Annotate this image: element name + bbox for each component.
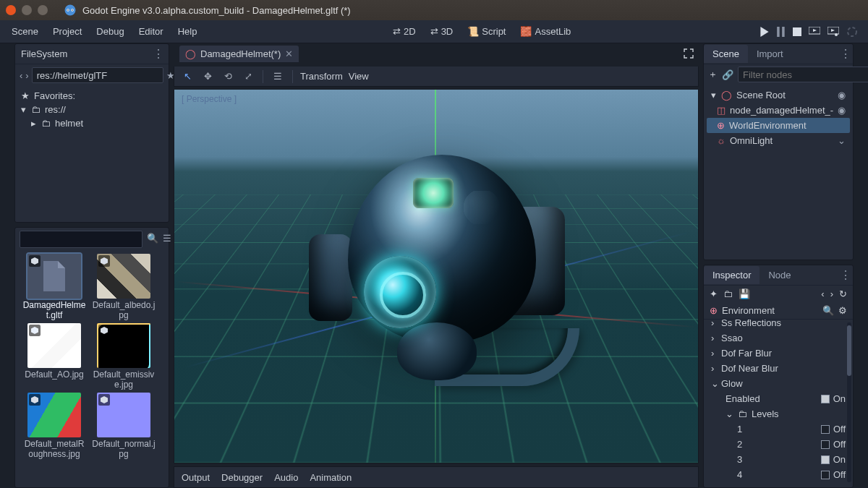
- scene-tab[interactable]: ◯ DamagedHelmet(*) ✕: [179, 46, 299, 62]
- play-button[interactable]: [760, 27, 770, 37]
- pause-button[interactable]: [777, 27, 786, 37]
- menu-project[interactable]: Project: [46, 23, 89, 40]
- glow-section-row[interactable]: ⌄Glow: [704, 376, 853, 391]
- menu-debug[interactable]: Debug: [89, 23, 131, 40]
- world-env-icon: ⊕: [717, 120, 725, 131]
- list-view-icon[interactable]: ☰: [163, 231, 171, 245]
- history-icon[interactable]: ↻: [839, 288, 847, 299]
- type-badge-icon: [29, 394, 41, 406]
- add-node-icon[interactable]: ＋: [708, 68, 718, 81]
- menu-scene[interactable]: Scene: [4, 23, 46, 40]
- window-minimize-icon[interactable]: [22, 5, 32, 15]
- history-fwd-icon[interactable]: ›: [830, 288, 833, 299]
- window-maximize-icon[interactable]: [38, 5, 48, 15]
- select-mode-icon[interactable]: ↖: [180, 69, 195, 84]
- panel-menu-icon[interactable]: ⋮: [840, 47, 850, 61]
- section-row[interactable]: ›Dof Far Blur: [704, 346, 853, 361]
- history-back-icon[interactable]: ‹: [821, 288, 824, 299]
- rotate-mode-icon[interactable]: ⟲: [221, 69, 235, 84]
- bottom-debugger[interactable]: Debugger: [221, 472, 263, 483]
- bottom-audio[interactable]: Audio: [274, 472, 298, 483]
- inspected-object-label: Environment: [722, 305, 775, 316]
- omni-light-row[interactable]: ☼OmniLight⌄: [707, 133, 850, 148]
- package-icon: 🧱: [520, 26, 532, 37]
- stop-button[interactable]: [793, 27, 801, 36]
- viewport-3d[interactable]: [ Perspective ]: [174, 90, 699, 463]
- glow-level-row[interactable]: 3On: [704, 452, 853, 467]
- workspace-script-button[interactable]: 📜Script: [461, 25, 511, 38]
- distraction-free-icon[interactable]: [683, 48, 694, 59]
- scale-mode-icon[interactable]: ⤢: [241, 69, 255, 84]
- play-scene-button[interactable]: [809, 27, 820, 37]
- new-resource-icon[interactable]: ✦: [710, 288, 718, 299]
- path-input[interactable]: [32, 67, 163, 83]
- file-search-input[interactable]: [20, 231, 142, 248]
- menu-editor[interactable]: Editor: [132, 23, 171, 40]
- save-resource-icon[interactable]: 💾: [739, 288, 750, 299]
- glow-level-row[interactable]: 4Off: [704, 467, 853, 482]
- transform-menu[interactable]: Transform: [300, 71, 343, 82]
- section-row[interactable]: ›Ss Reflections: [704, 320, 853, 330]
- section-row[interactable]: ›Ssao: [704, 330, 853, 346]
- nav-back-button[interactable]: ‹: [20, 68, 22, 82]
- workspace-2d-button[interactable]: ⇄2D: [387, 25, 422, 38]
- glow-level-row[interactable]: 2Off: [704, 437, 853, 452]
- play-custom-scene-button[interactable]: [827, 27, 839, 37]
- bottom-animation[interactable]: Animation: [310, 472, 352, 483]
- file-thumb[interactable]: Default_emissive.jpg: [90, 323, 157, 390]
- bottom-output[interactable]: Output: [182, 472, 210, 483]
- file-thumb[interactable]: Default_metalRoughness.jpg: [21, 393, 88, 459]
- checkbox-icon[interactable]: [821, 440, 830, 449]
- file-thumb[interactable]: Default_albedo.jpg: [90, 254, 157, 320]
- tab-scene[interactable]: Scene: [704, 45, 748, 63]
- glow-level-row[interactable]: 1Off: [704, 421, 853, 437]
- visibility-icon[interactable]: ◉: [838, 90, 846, 100]
- viewport-tabs: ◯ DamagedHelmet(*) ✕: [174, 43, 699, 64]
- list-select-icon[interactable]: ☰: [271, 69, 285, 84]
- file-thumb[interactable]: Default_AO.jpg: [21, 323, 88, 390]
- checkbox-icon[interactable]: [821, 425, 830, 434]
- tab-import[interactable]: Import: [748, 45, 792, 63]
- glow-enabled-row[interactable]: EnabledOn: [704, 391, 853, 406]
- tab-node[interactable]: Node: [760, 266, 799, 284]
- visibility-icon[interactable]: ◉: [838, 105, 846, 116]
- type-badge-icon: [98, 394, 110, 406]
- scene-root-row[interactable]: ▾◯Scene Root◉: [707, 87, 850, 103]
- window-close-icon[interactable]: [6, 5, 16, 15]
- view-menu[interactable]: View: [349, 71, 369, 82]
- tab-inspector[interactable]: Inspector: [704, 266, 760, 284]
- menu-help[interactable]: Help: [171, 23, 205, 40]
- section-row[interactable]: ›Dof Near Blur: [704, 361, 853, 376]
- checkbox-icon[interactable]: [821, 471, 830, 479]
- move-mode-icon[interactable]: ✥: [200, 69, 215, 84]
- file-thumb[interactable]: Default_normal.jpg: [90, 393, 157, 459]
- file-thumb[interactable]: DamagedHelmet.gltf: [21, 254, 88, 320]
- sliders-icon[interactable]: ⚙: [838, 305, 847, 316]
- helmet-folder-row[interactable]: ▸🗀helmet: [21, 116, 163, 130]
- checkbox-icon[interactable]: [821, 395, 830, 403]
- open-resource-icon[interactable]: 🗀: [723, 288, 733, 299]
- chevron-down-icon[interactable]: ⌄: [838, 135, 846, 146]
- world-environment-row[interactable]: ⊕WorldEnvironment: [707, 118, 850, 133]
- filter-nodes-input[interactable]: [738, 67, 868, 82]
- panel-menu-icon[interactable]: ⋮: [840, 268, 850, 282]
- favorites-row[interactable]: ★Favorites:: [21, 89, 163, 103]
- svg-point-10: [835, 33, 838, 36]
- workspace-3d-button[interactable]: ⇄3D: [425, 25, 459, 38]
- glow-levels-row[interactable]: ⌄🗀Levels: [704, 406, 853, 421]
- instance-scene-icon[interactable]: 🔗: [722, 69, 733, 80]
- helmet-mesh: [319, 147, 558, 379]
- workspace-assetlib-button[interactable]: 🧱AssetLib: [514, 25, 576, 38]
- panel-menu-icon[interactable]: ⋮: [153, 47, 163, 61]
- thumb-caption: DamagedHelmet.gltf: [21, 300, 88, 320]
- perspective-label[interactable]: [ Perspective ]: [182, 94, 237, 104]
- close-tab-icon[interactable]: ✕: [285, 48, 293, 59]
- nav-forward-button[interactable]: ›: [25, 68, 28, 82]
- search-icon[interactable]: 🔍: [822, 305, 834, 316]
- inspector-scrollbar[interactable]: [847, 322, 851, 482]
- res-folder-row[interactable]: ▾🗀res://: [21, 103, 163, 116]
- search-icon[interactable]: 🔍: [147, 231, 158, 245]
- bottom-panel: Output Debugger Audio Animation: [174, 466, 699, 488]
- checkbox-icon[interactable]: [821, 455, 830, 464]
- node-damaged-helmet-row[interactable]: ◫node_damagedHelmet_-◉: [707, 103, 850, 118]
